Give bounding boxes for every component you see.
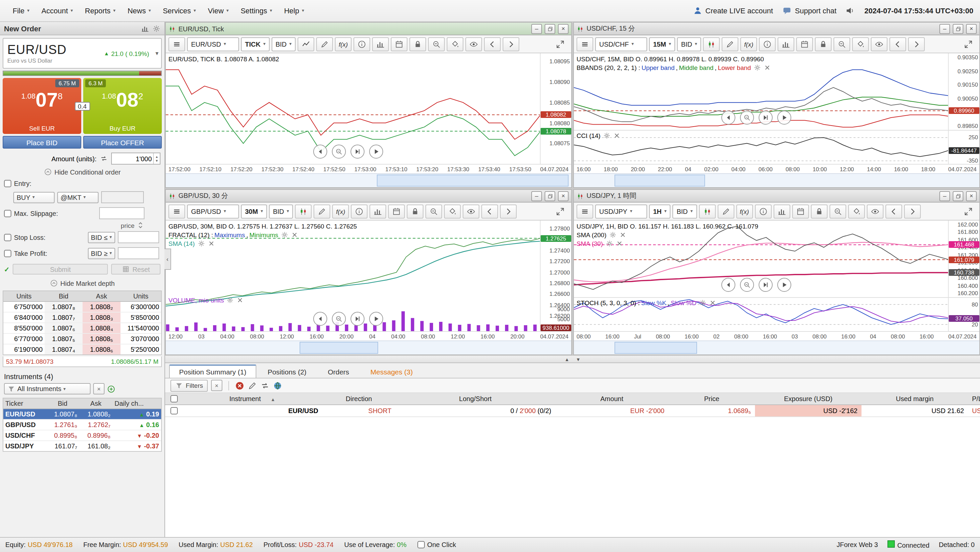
nav-step-back-button[interactable] [721, 278, 735, 292]
scroll-left-button[interactable] [481, 204, 498, 218]
minimize-button[interactable]: – [531, 24, 542, 34]
minimize-button[interactable]: – [939, 24, 950, 34]
zoom-out-button[interactable] [428, 37, 445, 51]
panel-settings-icon[interactable] [153, 24, 161, 32]
info-button[interactable] [351, 204, 368, 218]
indicator-settings-icon[interactable] [699, 299, 706, 306]
chart-overview[interactable] [574, 173, 979, 187]
indicators-button[interactable] [372, 37, 389, 51]
instrument-selector[interactable]: EUR/USD Euro vs US Dollar ▲ 21.0 ( 0.19%… [3, 38, 162, 69]
visibility-button[interactable] [463, 204, 479, 218]
nav-zoom-out-button[interactable] [740, 278, 754, 292]
indicator-pane[interactable]: STOCH (5, 3, 0, 3, 0) : Slow %K, Slow %D… [574, 297, 979, 331]
close-all-positions-icon[interactable] [235, 381, 244, 390]
indicator-remove-icon[interactable] [616, 240, 623, 247]
chart-period-select[interactable]: 30M▾ [241, 204, 267, 218]
chart-period-select[interactable]: TICK▾ [241, 37, 270, 51]
theme-button[interactable] [852, 37, 869, 51]
draw-button[interactable] [722, 37, 738, 51]
chart-price-type-select[interactable]: BID▾ [677, 37, 701, 51]
info-button[interactable] [755, 204, 771, 218]
info-button[interactable] [353, 37, 370, 51]
depth-row[interactable]: 8'550'0001.0807₆1.0808₄11'540'000 [3, 323, 161, 334]
close-button[interactable]: × [558, 24, 568, 34]
indicator-settings-icon[interactable] [197, 240, 205, 247]
col-direction[interactable]: Direction [322, 393, 396, 404]
lock-button[interactable] [407, 204, 423, 218]
theme-button[interactable] [447, 37, 463, 51]
indicator-remove-icon[interactable] [237, 297, 244, 304]
zoom-out-button[interactable] [834, 37, 850, 51]
chart-price-type-select[interactable]: BID▾ [673, 204, 697, 218]
restore-button[interactable] [953, 191, 963, 201]
hide-depth-link[interactable]: Hide Market depth [0, 279, 164, 287]
chart-plot[interactable]: USD/CHF, 15M, BID O. 0.89961 H. 0.89978 … [574, 53, 979, 130]
stop-loss-checkbox[interactable] [4, 233, 11, 241]
depth-header-ask[interactable]: Ask [83, 291, 121, 301]
place-bid-button[interactable]: Place BID [3, 136, 81, 148]
scroll-left-button[interactable] [484, 37, 501, 51]
lock-button[interactable] [811, 204, 827, 218]
instruments-header-ask[interactable]: Ask [79, 399, 113, 408]
bottom-panel-resize-bar[interactable]: ▲ ▼ [165, 355, 980, 363]
visibility-button[interactable] [867, 204, 883, 218]
depth-row[interactable]: 6'190'0001.0807₄1.0808₆5'250'000 [3, 345, 161, 354]
depth-row[interactable]: 6'750'0001.0807₈1.0808₂6'300'000 [3, 302, 161, 313]
buy-tile[interactable]: 6.3 M 1.08 08 2 Buy EUR [83, 78, 162, 134]
theme-button[interactable] [848, 204, 864, 218]
lock-button[interactable] [815, 37, 832, 51]
close-button[interactable]: × [966, 24, 977, 34]
calendar-button[interactable] [391, 37, 407, 51]
indicator-settings-icon[interactable] [227, 297, 234, 304]
nav-go-to-end-button[interactable] [759, 111, 773, 124]
chart-period-select[interactable]: 15M▾ [649, 37, 675, 51]
menu-account[interactable]: Account [36, 4, 79, 18]
draw-button[interactable] [718, 204, 734, 218]
take-profit-input[interactable] [118, 247, 159, 259]
swap-icon[interactable] [260, 381, 270, 390]
chart-menu-button[interactable] [577, 37, 593, 51]
instrument-row-usdchf[interactable]: USD/CHF 0.8995₈ 0.8996₈ ▼ -0.20 [3, 431, 161, 441]
nav-step-back-button[interactable] [313, 145, 327, 159]
scroll-left-button[interactable] [889, 37, 906, 51]
position-row[interactable]: EUR/USD SHORT 0 / 2'000 (0/2) EUR -2'000… [165, 405, 980, 417]
clear-filters-button[interactable]: × [211, 380, 222, 391]
theme-button[interactable] [444, 204, 461, 218]
col-used-margin[interactable]: Used margin [861, 393, 968, 404]
indicator-settings-icon[interactable] [754, 64, 761, 71]
stop-loss-cond-select[interactable]: BID ≤ [88, 231, 115, 243]
exposure-globe-icon[interactable] [273, 381, 282, 390]
sort-arrows-icon[interactable] [137, 221, 145, 229]
nav-play-button[interactable] [369, 312, 383, 326]
chart-overview[interactable] [166, 340, 571, 354]
depth-row[interactable]: 6'770'0001.0807₅1.0808₅3'070'000 [3, 334, 161, 345]
chart-type-button[interactable] [703, 37, 720, 51]
sell-tile[interactable]: 6.75 M 1.08 07 8 Sell EUR [3, 78, 81, 134]
indicators-button[interactable] [773, 204, 790, 218]
draw-button[interactable] [313, 204, 330, 218]
nav-play-button[interactable] [777, 278, 791, 292]
indicator-remove-icon[interactable] [709, 299, 716, 306]
create-live-account-link[interactable]: Create LIVE account [693, 6, 773, 15]
tab-position-summary[interactable]: Position Summary (1) [169, 364, 256, 378]
clear-filter-button[interactable]: × [93, 383, 105, 394]
chart-overview[interactable] [166, 173, 571, 187]
amount-stepper[interactable]: ▲▼ [153, 153, 160, 164]
menu-file[interactable]: File [7, 4, 36, 18]
support-chat-link[interactable]: Support chat [782, 6, 837, 15]
menu-services[interactable]: Services [157, 4, 202, 18]
indicator-remove-icon[interactable] [613, 132, 620, 139]
menu-help[interactable]: Help [278, 4, 310, 18]
place-offer-button[interactable]: Place OFFER [83, 136, 162, 148]
nav-go-to-end-button[interactable] [759, 278, 773, 292]
nav-zoom-out-button[interactable] [332, 145, 346, 159]
visibility-button[interactable] [871, 37, 888, 51]
scroll-right-button[interactable] [500, 204, 517, 218]
calendar-button[interactable] [388, 204, 405, 218]
select-all-checkbox[interactable] [170, 395, 177, 402]
function-button[interactable]: f(x) [736, 204, 752, 218]
indicator-remove-icon[interactable] [291, 231, 298, 239]
entry-checkbox[interactable] [4, 180, 11, 187]
indicator-settings-icon[interactable] [603, 132, 611, 139]
tab-positions[interactable]: Positions (2) [258, 365, 317, 378]
